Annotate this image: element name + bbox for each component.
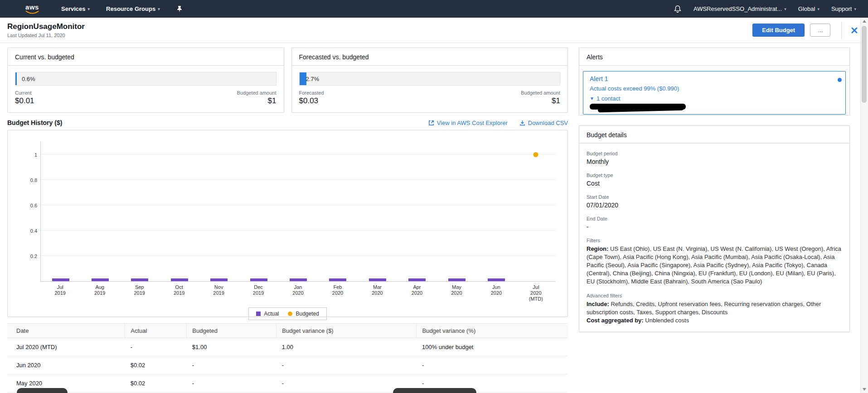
actual-bar — [448, 278, 466, 281]
table-column-header: Budget variance ($) — [276, 324, 417, 338]
table-cell: Jul 2020 (MTD) — [7, 338, 125, 356]
budgeted-amount-value: $1 — [521, 96, 560, 105]
scroll-up-arrow[interactable] — [861, 18, 868, 25]
current-vs-budgeted-card: Current vs. budgeted 0.6% Current $0.01 … — [7, 48, 284, 113]
actual-bar — [52, 278, 69, 281]
x-axis-label: Oct2019 — [159, 284, 199, 302]
divider — [8, 65, 284, 66]
chart-category-slot — [120, 141, 160, 281]
y-axis-tick: 1 — [18, 152, 37, 158]
actual-bar — [329, 278, 346, 281]
budgeted-amount-label: Budgeted amount — [237, 90, 276, 96]
chart-x-labels: Jul2019Aug2019Sep2019Oct2019Nov2019Dec20… — [40, 284, 556, 302]
alert-name-link[interactable]: Alert 1 — [590, 75, 839, 82]
scroll-down-arrow[interactable] — [861, 386, 868, 393]
divider — [292, 65, 568, 66]
budget-type-field: Budget type Cost — [587, 173, 842, 187]
table-header-row: DateActualBudgetedBudget variance ($)Bud… — [7, 324, 568, 338]
header-divider — [841, 22, 842, 39]
budget-history-table: DateActualBudgetedBudget variance ($)Bud… — [7, 323, 568, 393]
legend-item: Budgeted — [288, 311, 319, 317]
chevron-down-icon: ▾ — [784, 7, 786, 11]
scrollbar-thumb[interactable] — [862, 26, 867, 103]
x-axis-label: Jul2020(MTD) — [516, 284, 556, 302]
nav-user-menu[interactable]: AWSReservedSSO_Administrat... ▾ — [693, 5, 786, 12]
table-column-header: Actual — [125, 324, 187, 338]
budgeted-point — [533, 152, 538, 157]
y-axis-tick: 0.8 — [18, 177, 37, 183]
budget-period-field: Budget period Monthly — [587, 151, 842, 165]
table-cell: - — [125, 338, 187, 356]
actual-bar — [131, 278, 148, 281]
chart-category-slot — [239, 141, 278, 281]
nav-resource-groups[interactable]: Resource Groups ▾ — [106, 5, 160, 12]
chart-category-slot — [160, 141, 199, 281]
alert-description: Actual costs exceed 99% ($0.990) — [590, 85, 839, 92]
vertical-scrollbar[interactable] — [860, 18, 868, 393]
download-csv-link[interactable]: Download CSV — [519, 120, 568, 126]
aws-logo[interactable]: aws — [25, 4, 39, 14]
current-value: $0.01 — [15, 96, 34, 105]
footer-button-cutoff[interactable] — [393, 388, 476, 393]
table-cell: 100% under budget — [417, 338, 568, 356]
chart-legend: ActualBudgeted — [248, 307, 327, 320]
table-row: Jul 2020 (MTD)-$1.001.00100% under budge… — [7, 338, 568, 356]
pushpin-icon[interactable] — [176, 5, 183, 13]
aws-logo-text: aws — [25, 4, 39, 10]
actual-bar — [92, 278, 109, 281]
legend-swatch — [256, 312, 261, 316]
table-column-header: Date — [7, 324, 125, 338]
x-axis-label: Aug2019 — [80, 284, 119, 302]
forecasted-value: $0.03 — [299, 96, 324, 105]
notifications-bell-icon[interactable] — [674, 5, 682, 13]
chart-category-slot — [358, 141, 397, 281]
table-column-header: Budgeted — [187, 324, 276, 338]
table-cell: Jun 2020 — [7, 356, 125, 374]
alert-status-dot — [838, 78, 842, 82]
nav-support-menu[interactable]: Support ▾ — [831, 5, 856, 12]
nav-services[interactable]: Services ▾ — [61, 5, 90, 12]
budget-details-card: Budget details Budget period Monthly Bud… — [579, 125, 850, 332]
budgeted-amount-label: Budgeted amount — [521, 90, 560, 96]
budget-history-title: Budget History ($) — [7, 119, 62, 126]
divider — [579, 65, 849, 66]
forecast-progress-label: 2.7% — [306, 76, 320, 82]
advanced-include-text: Include: Refunds, Credits, Upfront reser… — [587, 300, 842, 316]
page-title: RegionUsageMonitor — [7, 22, 85, 31]
alerts-card: Alerts Alert 1 Actual costs exceed 99% (… — [579, 48, 850, 115]
close-icon[interactable] — [851, 27, 858, 34]
chart-category-slot — [199, 141, 239, 281]
alert-contacts-toggle[interactable]: ▼ 1 contact — [590, 95, 839, 102]
forecasted-label: Forecasted — [299, 90, 324, 96]
nav-region-menu[interactable]: Global ▾ — [798, 5, 820, 12]
start-date-field: Start Date 07/01/2020 — [587, 194, 842, 209]
actual-bar — [369, 278, 386, 281]
legend-item: Actual — [256, 311, 279, 317]
current-label: Current — [15, 90, 34, 96]
last-updated-text: Last Updated Jul 11, 2020 — [7, 33, 85, 38]
filters-field: Filters Region: US East (Ohio), US East … — [587, 238, 842, 286]
cost-aggregated-text: Cost aggregated by: Unblended costs — [587, 316, 842, 325]
advanced-filters-field: Advanced filters Include: Refunds, Credi… — [587, 293, 842, 325]
card-title: Current vs. budgeted — [8, 48, 284, 65]
actual-bar — [408, 278, 426, 281]
table-cell: $0.02 — [125, 356, 187, 374]
feedback-button-cutoff[interactable] — [17, 388, 68, 393]
more-actions-button[interactable]: ... — [810, 24, 830, 37]
table-cell: - — [187, 374, 276, 393]
view-in-cost-explorer-link[interactable]: View in AWS Cost Explorer — [428, 120, 508, 126]
redacted-contact-email — [590, 104, 686, 110]
legend-swatch — [288, 312, 292, 316]
table-row: May 2020$0.02--- — [7, 374, 568, 393]
chart-category-slot — [516, 141, 556, 281]
x-axis-label: Sep2019 — [120, 284, 159, 302]
table-cell: - — [276, 356, 417, 374]
edit-budget-button[interactable]: Edit Budget — [752, 24, 805, 37]
x-axis-label: Jan2020 — [278, 284, 318, 302]
y-axis-tick: 0.2 — [18, 254, 37, 259]
y-axis-tick: 0.6 — [18, 203, 37, 208]
y-axis-tick: 0.4 — [18, 228, 37, 234]
external-link-icon — [428, 120, 434, 126]
top-nav: aws Services ▾ Resource Groups ▾ AWSRese… — [0, 0, 868, 18]
x-axis-label: Jul2019 — [40, 284, 80, 302]
